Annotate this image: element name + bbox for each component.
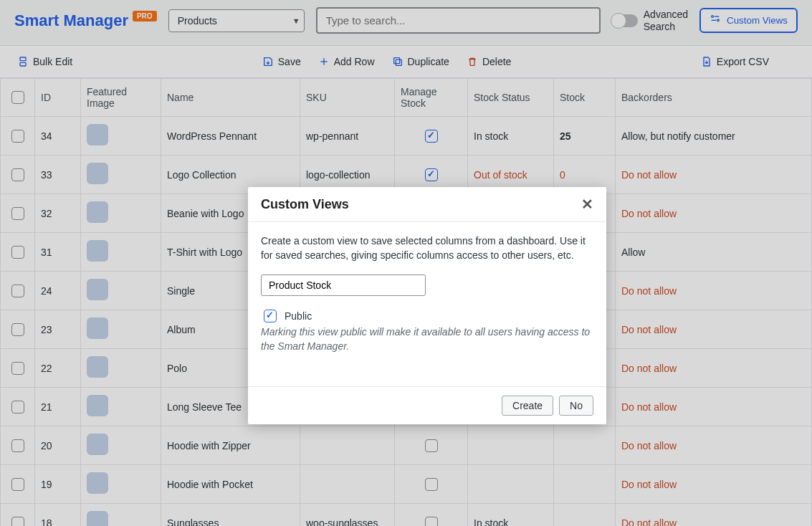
- public-hint: Marking this view public will make it av…: [261, 325, 593, 354]
- close-icon[interactable]: ✕: [581, 196, 593, 213]
- custom-views-modal: Custom Views ✕ Create a custom view to s…: [248, 187, 606, 424]
- public-checkbox[interactable]: [264, 310, 277, 322]
- create-button[interactable]: Create: [502, 396, 553, 416]
- public-label[interactable]: Public: [285, 310, 312, 322]
- modal-description: Create a custom view to save selected co…: [261, 234, 593, 263]
- no-button[interactable]: No: [559, 396, 593, 416]
- modal-title: Custom Views: [261, 197, 349, 212]
- view-name-input[interactable]: [261, 274, 426, 296]
